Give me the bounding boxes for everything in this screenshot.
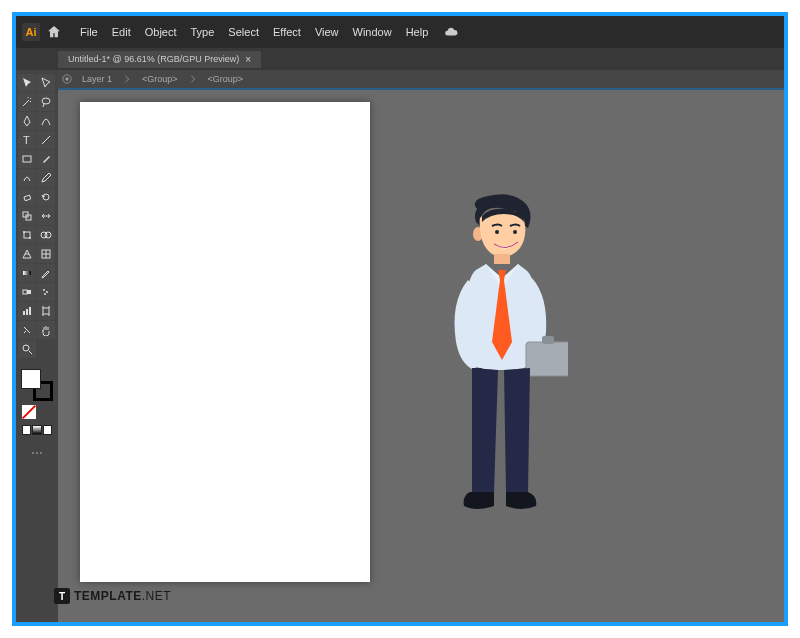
close-icon[interactable]: × [245, 54, 251, 65]
breadcrumb-group[interactable]: <Group> [204, 73, 248, 85]
menu-edit[interactable]: Edit [106, 24, 137, 40]
svg-point-18 [46, 291, 48, 293]
toolbox: T [16, 70, 58, 622]
svg-rect-32 [542, 336, 554, 344]
menu-object[interactable]: Object [139, 24, 183, 40]
menu-select[interactable]: Select [222, 24, 265, 40]
svg-rect-28 [494, 254, 510, 264]
svg-rect-21 [26, 309, 28, 315]
app-menubar: Ai File Edit Object Type Select Effect V… [16, 16, 784, 48]
pencil-tool[interactable] [37, 169, 55, 187]
character-illustration[interactable] [428, 192, 568, 532]
app-window: Ai File Edit Object Type Select Effect V… [12, 12, 788, 626]
svg-rect-20 [23, 311, 25, 315]
line-tool[interactable] [37, 131, 55, 149]
none-mode-swatch[interactable] [43, 425, 52, 435]
menu-list: File Edit Object Type Select Effect View… [74, 24, 434, 40]
gradient-tool[interactable] [18, 264, 36, 282]
mesh-tool[interactable] [37, 245, 55, 263]
breadcrumb-layer[interactable]: Layer 1 [78, 73, 116, 85]
watermark-text: TEMPLATE.NET [74, 589, 171, 603]
svg-point-2 [42, 98, 50, 104]
menu-type[interactable]: Type [185, 24, 221, 40]
eraser-tool[interactable] [18, 188, 36, 206]
curvature-tool[interactable] [37, 112, 55, 130]
symbol-sprayer-tool[interactable] [37, 283, 55, 301]
shaper-tool[interactable] [18, 169, 36, 187]
svg-rect-22 [29, 307, 31, 315]
chevron-right-icon [188, 74, 198, 84]
chevron-right-icon [122, 74, 132, 84]
artboard-tool[interactable] [37, 302, 55, 320]
eyedropper-tool[interactable] [37, 264, 55, 282]
fill-color[interactable] [21, 369, 41, 389]
canvas-workspace[interactable] [16, 92, 784, 622]
document-tab-label: Untitled-1* @ 96.61% (RGB/GPU Preview) [68, 54, 239, 64]
svg-text:T: T [23, 134, 30, 146]
menu-help[interactable]: Help [400, 24, 435, 40]
svg-point-27 [513, 230, 517, 234]
selection-tool[interactable] [18, 74, 36, 92]
svg-point-9 [23, 231, 25, 233]
svg-rect-23 [43, 308, 49, 314]
perspective-tool[interactable] [18, 245, 36, 263]
svg-point-19 [44, 293, 46, 295]
width-tool[interactable] [37, 207, 55, 225]
menu-file[interactable]: File [74, 24, 104, 40]
direct-selection-tool[interactable] [37, 74, 55, 92]
magic-wand-tool[interactable] [18, 93, 36, 111]
slice-tool[interactable] [18, 321, 36, 339]
svg-point-17 [43, 289, 45, 291]
svg-point-1 [65, 77, 68, 80]
free-transform-tool[interactable] [18, 226, 36, 244]
svg-rect-15 [23, 290, 27, 294]
none-swatch[interactable] [22, 405, 36, 419]
fill-stroke-swatch[interactable] [21, 369, 53, 401]
svg-rect-16 [27, 290, 31, 294]
artboard[interactable] [80, 102, 370, 582]
type-tool[interactable]: T [18, 131, 36, 149]
svg-point-26 [495, 230, 499, 234]
layer-breadcrumb: Layer 1 <Group> <Group> [16, 70, 784, 90]
paintbrush-tool[interactable] [37, 150, 55, 168]
pen-tool[interactable] [18, 112, 36, 130]
menu-view[interactable]: View [309, 24, 345, 40]
svg-rect-8 [24, 232, 30, 238]
svg-point-10 [29, 237, 31, 239]
edit-toolbar-button[interactable]: ⋯ [18, 444, 56, 462]
target-icon[interactable] [62, 74, 72, 84]
color-controls [18, 365, 56, 437]
home-icon[interactable] [46, 24, 62, 40]
gradient-mode-swatch[interactable] [32, 425, 41, 435]
cloud-icon[interactable] [444, 25, 458, 39]
app-logo: Ai [22, 23, 40, 41]
zoom-tool[interactable] [18, 340, 36, 358]
menu-effect[interactable]: Effect [267, 24, 307, 40]
document-tabs: Untitled-1* @ 96.61% (RGB/GPU Preview) × [16, 48, 784, 70]
rotate-tool[interactable] [37, 188, 55, 206]
svg-rect-5 [24, 195, 31, 201]
breadcrumb-group[interactable]: <Group> [138, 73, 182, 85]
hand-tool[interactable] [37, 321, 55, 339]
menu-window[interactable]: Window [347, 24, 398, 40]
svg-rect-14 [23, 271, 31, 275]
blend-tool[interactable] [18, 283, 36, 301]
svg-point-24 [23, 345, 29, 351]
color-mode-swatch[interactable] [22, 425, 31, 435]
svg-rect-30 [526, 342, 568, 376]
column-graph-tool[interactable] [18, 302, 36, 320]
svg-point-12 [45, 232, 51, 238]
svg-rect-4 [23, 156, 31, 162]
scale-tool[interactable] [18, 207, 36, 225]
rectangle-tool[interactable] [18, 150, 36, 168]
document-tab-active[interactable]: Untitled-1* @ 96.61% (RGB/GPU Preview) × [58, 51, 261, 68]
lasso-tool[interactable] [37, 93, 55, 111]
watermark-badge: T [54, 588, 70, 604]
watermark: T TEMPLATE.NET [54, 588, 171, 604]
shape-builder-tool[interactable] [37, 226, 55, 244]
